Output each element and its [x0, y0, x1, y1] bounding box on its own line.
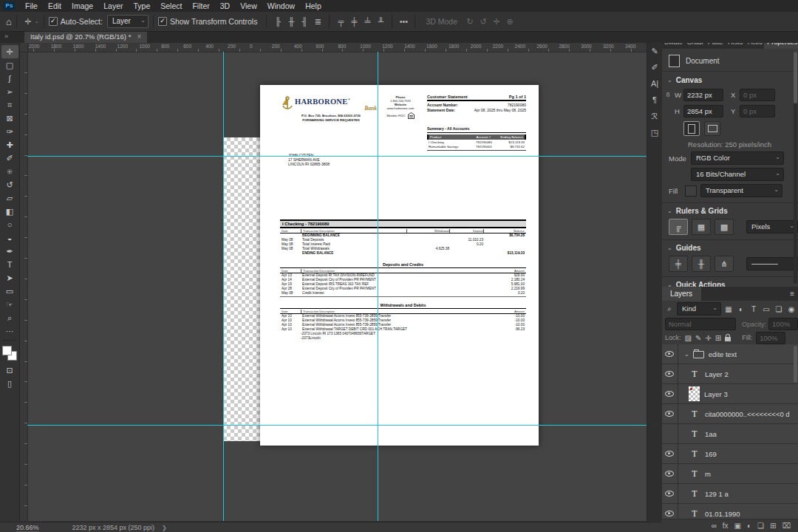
fill-swatch[interactable]	[685, 185, 697, 197]
layer-row[interactable]: ⌄ T cita0000000..<<<<<<<<0 d	[661, 404, 798, 424]
move-tool-preset-icon[interactable]: ✛	[21, 17, 35, 27]
more-tools[interactable]: ···	[1, 324, 18, 338]
blur-tool[interactable]: ○	[1, 218, 18, 231]
new-group-icon[interactable]: ❏	[757, 522, 764, 530]
paragraph-panel-icon[interactable]: ¶	[648, 92, 661, 108]
clear-guides-icon[interactable]: ⋔	[715, 256, 734, 272]
menu-item[interactable]: 3D	[215, 0, 235, 12]
layer-row[interactable]: ⌄ T Layer 3	[661, 384, 798, 404]
menu-item[interactable]: Filter	[187, 0, 214, 12]
eyedropper-tool[interactable]: ✑	[1, 125, 18, 138]
shape-tool[interactable]: ▭	[1, 284, 18, 298]
visibility-cell[interactable]	[661, 464, 678, 483]
align-right-icon[interactable]: ╢	[298, 17, 311, 26]
menu-item[interactable]: Select	[155, 0, 187, 12]
filter-smart-objects-icon[interactable]: ❏	[774, 305, 784, 313]
layers-scroll-thumb[interactable]	[794, 346, 797, 383]
crop-tool[interactable]: ⌗	[1, 98, 18, 112]
eye-icon[interactable]	[665, 371, 674, 377]
screen-mode-icon[interactable]: ▯	[1, 377, 18, 390]
layer-mask-icon[interactable]: ▣	[734, 522, 741, 530]
layer-name[interactable]: m	[705, 470, 711, 478]
align-bottom-icon[interactable]: ╧	[361, 17, 374, 26]
guide-layout-icon[interactable]: ╫	[692, 256, 711, 272]
visibility-cell[interactable]	[661, 444, 678, 463]
glyphs-panel-icon[interactable]: ℛ	[648, 108, 661, 124]
color-swatches[interactable]	[2, 346, 17, 361]
lock-position-icon[interactable]: ✛	[705, 334, 711, 342]
new-guide-icon[interactable]: ╪	[669, 256, 688, 272]
filter-kind-dropdown[interactable]: Kind	[677, 302, 721, 316]
filter-toggle-icon[interactable]: ◉	[786, 305, 797, 313]
chevron-down-icon[interactable]: ⌄	[35, 18, 39, 24]
move-tool[interactable]: ✛	[1, 45, 18, 58]
fill-dropdown[interactable]: Transparent	[700, 184, 782, 197]
healing-brush-tool[interactable]: ✚	[1, 138, 18, 151]
gradient-tool[interactable]: ◧	[1, 205, 18, 218]
canvas-area[interactable]: 2000 1800 1600 1400 1200 1000 800 600 40…	[20, 43, 647, 521]
portrait-orientation-button[interactable]	[683, 121, 700, 136]
status-options-icon[interactable]: ❯	[162, 525, 167, 531]
layer-name[interactable]: 129 1 a	[705, 490, 729, 498]
layer-row[interactable]: ⌄ T m	[661, 464, 798, 484]
align-top-icon[interactable]: ╤	[334, 17, 347, 26]
chevron-down-icon[interactable]: ⌄	[667, 245, 672, 251]
units-dropdown[interactable]: Pixels	[746, 220, 798, 233]
layer-row[interactable]: ⌄ T 169	[661, 444, 798, 464]
layer-name[interactable]: edite text	[709, 350, 737, 358]
eye-icon[interactable]	[665, 491, 674, 497]
menu-item[interactable]: Window	[262, 0, 300, 12]
chevron-down-icon[interactable]: ⌄	[667, 77, 672, 83]
layers-tab[interactable]: Layers	[661, 287, 701, 301]
object-selection-tool[interactable]: ➢	[1, 85, 18, 98]
guide-horizontal-bottom[interactable]	[27, 425, 647, 426]
chevron-down-icon[interactable]: ⌄	[684, 351, 689, 358]
history-brush-tool[interactable]: ↺	[1, 178, 18, 191]
menu-item[interactable]: Type	[128, 0, 155, 12]
pen-tool[interactable]: ✒	[1, 245, 18, 258]
lock-transparency-icon[interactable]: ▨	[685, 334, 692, 342]
eye-icon[interactable]	[665, 451, 674, 457]
document-tab[interactable]: Italy id.psd @ 20.7% (RGB/16) * ×	[24, 31, 147, 43]
layer-row[interactable]: ⌄ T 129 1 a	[661, 484, 798, 504]
filter-shape-layers-icon[interactable]: ▭	[761, 305, 771, 313]
landscape-orientation-button[interactable]	[704, 121, 720, 136]
guide-horizontal-top[interactable]	[27, 156, 647, 157]
eye-icon[interactable]	[665, 391, 674, 397]
layer-row[interactable]: ⌄ T Layer 2	[661, 364, 798, 384]
visibility-cell[interactable]	[661, 424, 678, 443]
filter-adjustment-layers-icon[interactable]: ◐	[736, 305, 746, 313]
guide-vertical-left[interactable]	[223, 52, 224, 521]
adjustment-layer-icon[interactable]: ◐	[747, 522, 751, 530]
layer-effects-icon[interactable]: fx	[723, 522, 729, 530]
layer-name[interactable]: 169	[705, 450, 717, 458]
guide-style-dropdown[interactable]	[746, 257, 798, 270]
menu-item[interactable]: Layer	[98, 0, 128, 12]
layer-name[interactable]: 01.01.1990	[705, 510, 740, 518]
menu-item[interactable]: Help	[300, 0, 327, 12]
align-middle-icon[interactable]: ╪	[347, 17, 361, 26]
visibility-cell[interactable]	[661, 404, 678, 423]
visibility-cell[interactable]	[661, 484, 678, 503]
eye-icon[interactable]	[665, 351, 674, 357]
document-page[interactable]: HARBORONE® Bank P.O. Box 720. Brockton, …	[260, 85, 539, 446]
visibility-cell[interactable]	[661, 364, 678, 383]
character-panel-icon[interactable]: A|	[648, 75, 661, 92]
layer-row[interactable]: ⌄ T edite text	[661, 344, 798, 364]
lasso-tool[interactable]: ʃ	[1, 72, 18, 85]
show-transform-checkbox[interactable]: ✓	[158, 17, 167, 26]
lock-pixels-icon[interactable]: ✎	[695, 334, 701, 342]
eye-icon[interactable]	[665, 511, 674, 516]
layer-name[interactable]: 1aa	[705, 430, 717, 438]
new-layer-icon[interactable]: ⊞	[770, 522, 776, 530]
visibility-cell[interactable]	[661, 344, 678, 364]
close-tab-icon[interactable]: ×	[137, 31, 141, 43]
auto-select-target-dropdown[interactable]: Layer	[107, 15, 149, 28]
menu-item[interactable]: File	[20, 0, 43, 12]
layer-name[interactable]: cita0000000..<<<<<<<<0 d	[705, 410, 790, 418]
clone-stamp-tool[interactable]: ⍟	[1, 165, 18, 178]
frame-tool[interactable]: ⊠	[1, 112, 18, 125]
horizontal-ruler[interactable]: 2000 1800 1600 1400 1200 1000 800 600 40…	[27, 43, 647, 52]
lock-all-icon[interactable]	[725, 337, 731, 341]
menu-item[interactable]: View	[235, 0, 262, 12]
